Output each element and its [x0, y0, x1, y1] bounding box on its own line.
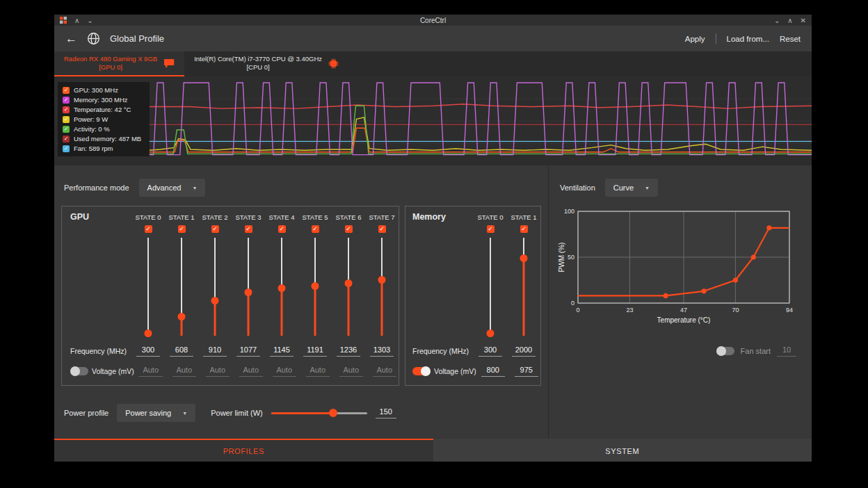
gpu-state-label: STATE 6 [332, 213, 365, 221]
gpu-state-checkbox[interactable]: ✓ [178, 225, 186, 233]
memory-frequency-value[interactable]: 300 [479, 345, 502, 357]
slider-knob[interactable] [345, 279, 353, 287]
slider-knob[interactable] [378, 276, 386, 284]
gpu-frequency-slider[interactable] [198, 236, 232, 337]
titlebar-up-icon[interactable]: ∧ [74, 17, 79, 24]
slider-knob[interactable] [245, 288, 252, 296]
memory-state-checkbox[interactable]: ✓ [487, 225, 495, 233]
legend-item[interactable]: ✓GPU: 300 MHz [63, 86, 145, 94]
memory-state-checkbox[interactable]: ✓ [520, 225, 528, 233]
slider-track [490, 238, 491, 336]
gpu-voltage-value: Auto [172, 366, 196, 377]
gpu-frequency-slider[interactable] [298, 236, 332, 337]
gpu-state-checkbox[interactable]: ✓ [278, 225, 286, 233]
slider-knob[interactable] [211, 297, 219, 304]
gpu-frequency-slider[interactable] [165, 236, 198, 337]
gpu-frequency-slider[interactable] [365, 236, 399, 337]
gpu-slider-cell [298, 236, 332, 337]
fan-curve-point[interactable] [664, 293, 668, 298]
memory-voltage-value[interactable]: 975 [515, 366, 538, 377]
legend-item[interactable]: ✓Memory: 300 MHz [63, 96, 145, 104]
fan-curve-point[interactable] [751, 254, 756, 259]
device-tab-gpu-line1: Radeon RX 480 Gaming X 8GB [64, 55, 157, 63]
memory-voltage-toggle[interactable] [412, 367, 431, 375]
gpu-frequency-slider[interactable] [232, 236, 265, 337]
tab-profiles[interactable]: PROFILES [54, 439, 433, 462]
gpu-state-checkbox[interactable]: ✓ [378, 225, 386, 233]
gpu-frequency-value[interactable]: 910 [203, 345, 227, 357]
performance-mode-value: Advanced [147, 184, 182, 192]
legend-checkbox[interactable]: ✓ [63, 87, 70, 94]
device-tab-gpu[interactable]: Radeon RX 480 Gaming X 8GB [GPU 0] [54, 51, 184, 76]
slider-knob[interactable] [278, 284, 286, 292]
tab-system[interactable]: SYSTEM [433, 439, 812, 462]
device-tab-cpu-label: Intel(R) Core(TM) i7-3770 CPU @ 3.40GHz … [194, 55, 322, 72]
load-from-button[interactable]: Load from... [727, 35, 769, 43]
memory-frequency-slider[interactable] [474, 236, 507, 337]
gpu-frequency-value[interactable]: 1236 [337, 345, 360, 357]
gpu-check-cell: ✓ [198, 225, 232, 233]
gpu-state-checkbox[interactable]: ✓ [211, 225, 219, 233]
legend-checkbox[interactable]: ✓ [63, 145, 70, 152]
reset-button[interactable]: Reset [780, 35, 801, 43]
gpu-frequency-value[interactable]: 1145 [270, 345, 294, 357]
fan-start-toggle[interactable] [716, 347, 734, 355]
performance-mode-dropdown[interactable]: Advanced ▼ [139, 179, 206, 197]
legend-item[interactable]: ✓Power: 9 W [63, 115, 145, 123]
gpu-frequency-slider[interactable] [131, 236, 165, 337]
gpu-frequency-value[interactable]: 1303 [370, 345, 394, 357]
gpu-voltage-toggle[interactable] [70, 367, 88, 375]
maximize-button[interactable]: ∧ [787, 17, 792, 24]
minimize-button[interactable]: ⌄ [774, 17, 780, 24]
slider-knob[interactable] [145, 330, 152, 337]
gpu-freq-values: 30060891010771145119112361303 [131, 345, 399, 357]
gpu-frequency-value[interactable]: 1077 [236, 345, 260, 357]
legend-checkbox[interactable]: ✓ [63, 126, 70, 133]
slider-fill [314, 284, 316, 336]
power-limit-knob[interactable] [329, 409, 337, 417]
ventilation-dropdown[interactable]: Curve ▼ [605, 179, 658, 197]
memory-voltage-value[interactable]: 800 [481, 366, 505, 377]
memory-freq-cell: 300 [474, 345, 507, 357]
power-limit-slider[interactable] [271, 408, 367, 418]
legend-item[interactable]: ✓Activity: 0 % [63, 125, 145, 133]
gpu-section-title: GPU [62, 212, 131, 222]
legend-checkbox[interactable]: ✓ [63, 116, 70, 123]
memory-frequency-value[interactable]: 2000 [512, 345, 536, 357]
apply-button[interactable]: Apply [685, 35, 705, 43]
gpu-frequency-slider[interactable] [332, 236, 365, 337]
gpu-state-checkbox[interactable]: ✓ [245, 225, 252, 233]
legend-checkbox[interactable]: ✓ [63, 136, 70, 143]
gpu-freq-cell: 1145 [265, 345, 298, 357]
gpu-state-checkbox[interactable]: ✓ [345, 225, 353, 233]
gpu-frequency-value[interactable]: 1191 [303, 345, 327, 357]
power-limit-value[interactable]: 150 [376, 407, 396, 418]
power-profile-dropdown[interactable]: Power saving ▼ [117, 404, 195, 422]
slider-knob[interactable] [520, 254, 528, 262]
legend-item[interactable]: ✓Used memory: 487 MB [63, 135, 145, 143]
device-tab-cpu[interactable]: Intel(R) Core(TM) i7-3770 CPU @ 3.40GHz … [184, 51, 348, 76]
legend-checkbox[interactable]: ✓ [63, 97, 70, 104]
fan-curve-point[interactable] [702, 288, 707, 293]
gpu-state-checkbox[interactable]: ✓ [312, 225, 319, 233]
gpu-state-label: STATE 0 [131, 213, 165, 221]
fan-curve-chart[interactable]: 050100023477094Temperature (°C)PWM (%) [557, 207, 802, 336]
gpu-frequency-value[interactable]: 300 [136, 345, 160, 357]
slider-knob[interactable] [312, 282, 319, 290]
profile-left-panel: Performance mode Advanced ▼ GPU STATE 0S… [54, 165, 548, 439]
legend-item[interactable]: ✓Fan: 589 rpm [63, 145, 145, 152]
gpu-state-checkbox[interactable]: ✓ [145, 225, 152, 233]
memory-frequency-slider[interactable] [507, 236, 540, 337]
legend-checkbox[interactable]: ✓ [63, 106, 70, 113]
fan-curve-point[interactable] [733, 277, 738, 282]
slider-knob[interactable] [487, 330, 495, 337]
gpu-frequency-value[interactable]: 608 [170, 345, 193, 357]
close-button[interactable]: ✕ [801, 17, 806, 24]
slider-knob[interactable] [178, 313, 186, 320]
gpu-frequency-slider[interactable] [265, 236, 298, 337]
slider-track [147, 238, 149, 336]
back-button[interactable]: ← [65, 32, 77, 46]
fan-curve-point[interactable] [766, 225, 771, 230]
titlebar-down-icon[interactable]: ⌄ [87, 17, 93, 24]
legend-item[interactable]: ✓Temperature: 42 °C [63, 106, 145, 113]
